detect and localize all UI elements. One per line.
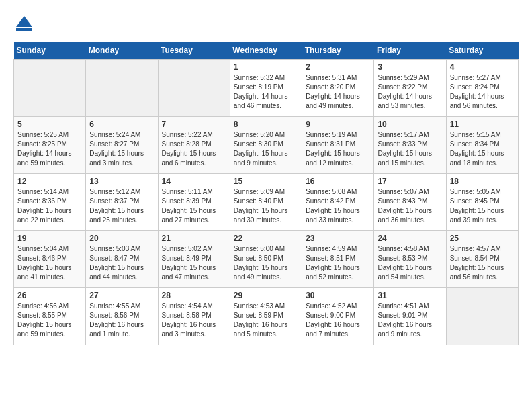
calendar-cell: 31Sunrise: 4:51 AM Sunset: 9:01 PM Dayli… xyxy=(374,288,446,345)
cell-content: Sunrise: 5:27 AM Sunset: 8:24 PM Dayligh… xyxy=(450,73,515,111)
day-number: 26 xyxy=(17,291,82,300)
day-number: 24 xyxy=(378,234,442,243)
calendar-cell: 8Sunrise: 5:20 AM Sunset: 8:30 PM Daylig… xyxy=(230,117,302,174)
day-header-tuesday: Tuesday xyxy=(158,42,230,60)
day-number: 11 xyxy=(450,120,515,129)
cell-content: Sunrise: 4:54 AM Sunset: 8:58 PM Dayligh… xyxy=(162,302,226,339)
day-header-thursday: Thursday xyxy=(302,42,374,60)
calendar-cell: 19Sunrise: 5:04 AM Sunset: 8:46 PM Dayli… xyxy=(14,231,86,288)
calendar-cell: 14Sunrise: 5:11 AM Sunset: 8:39 PM Dayli… xyxy=(158,174,230,231)
cell-content: Sunrise: 4:57 AM Sunset: 8:54 PM Dayligh… xyxy=(450,244,515,282)
cell-content: Sunrise: 5:09 AM Sunset: 8:40 PM Dayligh… xyxy=(234,187,298,225)
day-number: 1 xyxy=(234,62,298,72)
cell-content: Sunrise: 5:07 AM Sunset: 8:43 PM Dayligh… xyxy=(378,187,442,225)
cell-content: Sunrise: 5:29 AM Sunset: 8:22 PM Dayligh… xyxy=(378,73,442,111)
cell-content: Sunrise: 5:15 AM Sunset: 8:34 PM Dayligh… xyxy=(450,130,515,168)
calendar-cell xyxy=(86,60,158,117)
calendar-cell: 9Sunrise: 5:19 AM Sunset: 8:31 PM Daylig… xyxy=(302,117,374,174)
day-number: 12 xyxy=(17,177,82,186)
cell-content: Sunrise: 4:59 AM Sunset: 8:51 PM Dayligh… xyxy=(306,244,370,282)
calendar-cell: 12Sunrise: 5:14 AM Sunset: 8:36 PM Dayli… xyxy=(14,174,86,231)
cell-content: Sunrise: 4:53 AM Sunset: 8:59 PM Dayligh… xyxy=(234,302,298,339)
day-number: 15 xyxy=(234,177,298,186)
calendar-week-row: 1Sunrise: 5:32 AM Sunset: 8:19 PM Daylig… xyxy=(14,60,519,117)
cell-content: Sunrise: 5:12 AM Sunset: 8:37 PM Dayligh… xyxy=(89,187,154,225)
calendar-cell: 22Sunrise: 5:00 AM Sunset: 8:50 PM Dayli… xyxy=(230,231,302,288)
day-header-sunday: Sunday xyxy=(14,42,86,60)
cell-content: Sunrise: 4:58 AM Sunset: 8:53 PM Dayligh… xyxy=(378,244,442,282)
day-header-monday: Monday xyxy=(86,42,158,60)
day-number: 20 xyxy=(89,234,154,243)
cell-content: Sunrise: 5:20 AM Sunset: 8:30 PM Dayligh… xyxy=(234,130,298,168)
day-number: 18 xyxy=(450,177,515,186)
day-number: 29 xyxy=(234,291,298,300)
cell-content: Sunrise: 5:00 AM Sunset: 8:50 PM Dayligh… xyxy=(234,244,298,282)
cell-content: Sunrise: 5:14 AM Sunset: 8:36 PM Dayligh… xyxy=(17,187,82,225)
day-number: 5 xyxy=(17,120,82,129)
calendar-cell: 6Sunrise: 5:24 AM Sunset: 8:27 PM Daylig… xyxy=(86,117,158,174)
calendar-cell: 21Sunrise: 5:02 AM Sunset: 8:49 PM Dayli… xyxy=(158,231,230,288)
day-number: 3 xyxy=(378,62,442,72)
cell-content: Sunrise: 5:31 AM Sunset: 8:20 PM Dayligh… xyxy=(306,73,370,111)
day-number: 21 xyxy=(162,234,226,243)
cell-content: Sunrise: 5:22 AM Sunset: 8:28 PM Dayligh… xyxy=(162,130,226,168)
calendar-cell xyxy=(158,60,230,117)
calendar-cell: 27Sunrise: 4:55 AM Sunset: 8:56 PM Dayli… xyxy=(86,288,158,345)
cell-content: Sunrise: 5:05 AM Sunset: 8:45 PM Dayligh… xyxy=(450,187,515,225)
cell-content: Sunrise: 5:04 AM Sunset: 8:46 PM Dayligh… xyxy=(17,244,82,282)
day-header-saturday: Saturday xyxy=(446,42,518,60)
calendar-cell: 17Sunrise: 5:07 AM Sunset: 8:43 PM Dayli… xyxy=(374,174,446,231)
calendar-week-row: 19Sunrise: 5:04 AM Sunset: 8:46 PM Dayli… xyxy=(14,231,519,288)
calendar-cell: 15Sunrise: 5:09 AM Sunset: 8:40 PM Dayli… xyxy=(230,174,302,231)
cell-content: Sunrise: 4:52 AM Sunset: 9:00 PM Dayligh… xyxy=(306,302,370,339)
calendar-cell: 4Sunrise: 5:27 AM Sunset: 8:24 PM Daylig… xyxy=(446,60,518,117)
calendar-cell: 29Sunrise: 4:53 AM Sunset: 8:59 PM Dayli… xyxy=(230,288,302,345)
calendar-cell: 25Sunrise: 4:57 AM Sunset: 8:54 PM Dayli… xyxy=(446,231,518,288)
calendar-cell: 30Sunrise: 4:52 AM Sunset: 9:00 PM Dayli… xyxy=(302,288,374,345)
day-header-wednesday: Wednesday xyxy=(230,42,302,60)
calendar-cell: 20Sunrise: 5:03 AM Sunset: 8:47 PM Dayli… xyxy=(86,231,158,288)
cell-content: Sunrise: 5:08 AM Sunset: 8:42 PM Dayligh… xyxy=(306,187,370,225)
cell-content: Sunrise: 5:17 AM Sunset: 8:33 PM Dayligh… xyxy=(378,130,442,168)
calendar-cell: 26Sunrise: 4:56 AM Sunset: 8:55 PM Dayli… xyxy=(14,288,86,345)
cell-content: Sunrise: 5:03 AM Sunset: 8:47 PM Dayligh… xyxy=(89,244,154,282)
day-number: 10 xyxy=(378,120,442,129)
day-number: 23 xyxy=(306,234,370,243)
cell-content: Sunrise: 4:55 AM Sunset: 8:56 PM Dayligh… xyxy=(89,302,154,339)
calendar-cell xyxy=(14,60,86,117)
calendar-cell: 1Sunrise: 5:32 AM Sunset: 8:19 PM Daylig… xyxy=(230,60,302,117)
logo xyxy=(13,13,38,35)
calendar-cell: 3Sunrise: 5:29 AM Sunset: 8:22 PM Daylig… xyxy=(374,60,446,117)
day-header-friday: Friday xyxy=(374,42,446,60)
calendar-cell: 7Sunrise: 5:22 AM Sunset: 8:28 PM Daylig… xyxy=(158,117,230,174)
calendar-week-row: 12Sunrise: 5:14 AM Sunset: 8:36 PM Dayli… xyxy=(14,174,519,231)
logo-icon xyxy=(13,13,35,35)
cell-content: Sunrise: 5:25 AM Sunset: 8:25 PM Dayligh… xyxy=(17,130,82,168)
calendar-week-row: 26Sunrise: 4:56 AM Sunset: 8:55 PM Dayli… xyxy=(14,288,519,345)
day-number: 6 xyxy=(89,120,154,129)
day-number: 13 xyxy=(89,177,154,186)
day-number: 22 xyxy=(234,234,298,243)
day-number: 7 xyxy=(162,120,226,129)
cell-content: Sunrise: 5:11 AM Sunset: 8:39 PM Dayligh… xyxy=(162,187,226,225)
day-number: 27 xyxy=(89,291,154,300)
cell-content: Sunrise: 5:32 AM Sunset: 8:19 PM Dayligh… xyxy=(234,73,298,111)
calendar-header-row: SundayMondayTuesdayWednesdayThursdayFrid… xyxy=(14,42,519,60)
day-number: 28 xyxy=(162,291,226,300)
cell-content: Sunrise: 4:51 AM Sunset: 9:01 PM Dayligh… xyxy=(378,302,442,339)
calendar-cell: 5Sunrise: 5:25 AM Sunset: 8:25 PM Daylig… xyxy=(14,117,86,174)
calendar-table: SundayMondayTuesdayWednesdayThursdayFrid… xyxy=(13,42,519,345)
calendar-cell: 10Sunrise: 5:17 AM Sunset: 8:33 PM Dayli… xyxy=(374,117,446,174)
svg-rect-1 xyxy=(16,28,32,31)
day-number: 4 xyxy=(450,62,515,72)
calendar-cell: 18Sunrise: 5:05 AM Sunset: 8:45 PM Dayli… xyxy=(446,174,518,231)
day-number: 31 xyxy=(378,291,442,300)
day-number: 9 xyxy=(306,120,370,129)
calendar-cell: 16Sunrise: 5:08 AM Sunset: 8:42 PM Dayli… xyxy=(302,174,374,231)
calendar-cell: 28Sunrise: 4:54 AM Sunset: 8:58 PM Dayli… xyxy=(158,288,230,345)
day-number: 14 xyxy=(162,177,226,186)
calendar-cell: 24Sunrise: 4:58 AM Sunset: 8:53 PM Dayli… xyxy=(374,231,446,288)
calendar-cell: 13Sunrise: 5:12 AM Sunset: 8:37 PM Dayli… xyxy=(86,174,158,231)
day-number: 30 xyxy=(306,291,370,300)
svg-marker-0 xyxy=(16,16,32,27)
